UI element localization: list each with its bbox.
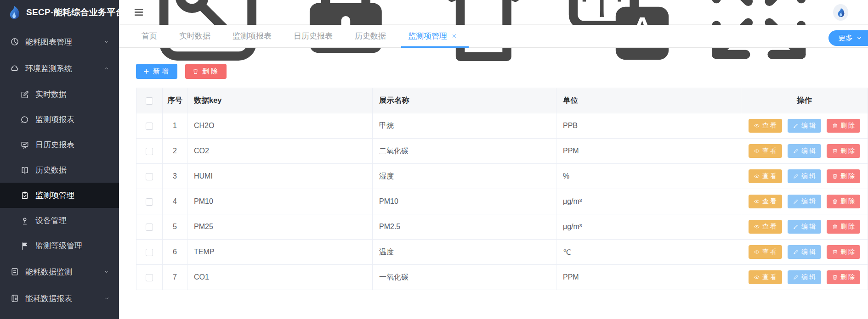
table-body: 1CH2O甲烷PPB查看编辑删除2CO2二氧化碳PPM查看编辑删除3HUMI湿度…: [136, 113, 868, 290]
sidebar-item[interactable]: 能耗数据监测: [0, 258, 119, 285]
trash-icon: [832, 123, 838, 129]
row-action-edit-button[interactable]: 编辑: [788, 169, 821, 183]
action-label: 查看: [762, 248, 778, 256]
cell-dataKey: HUMI: [187, 164, 373, 189]
sidebar-item[interactable]: 监测项管理: [0, 183, 119, 208]
row-action-view-button[interactable]: 查看: [749, 119, 782, 133]
actions-cell: 查看编辑删除: [741, 214, 868, 240]
tab-0[interactable]: 首页: [137, 25, 161, 47]
actions-cell: 查看编辑删除: [741, 265, 868, 290]
row-action-delete-button[interactable]: 删除: [827, 169, 860, 183]
caret-down-icon[interactable]: [854, 9, 861, 16]
sidebar-item[interactable]: 日历史报表: [0, 132, 119, 157]
action-label: 编辑: [801, 197, 817, 206]
action-label: 编辑: [801, 122, 817, 130]
row-checkbox-cell: [136, 164, 163, 189]
pencil-icon: [793, 173, 799, 179]
sidebar-item[interactable]: 能耗图表管理: [0, 28, 119, 55]
flame-logo-icon: [7, 5, 22, 20]
cell-dataKey: CO1: [187, 265, 373, 290]
tab-4[interactable]: 历史数据: [351, 25, 390, 47]
row-action-delete-button[interactable]: 删除: [827, 220, 860, 234]
actions-cell: 查看编辑删除: [741, 139, 868, 164]
close-icon[interactable]: [451, 33, 457, 39]
cell-unit: PPM: [556, 139, 741, 164]
more-button[interactable]: 更多: [828, 30, 868, 46]
pencil-icon: [793, 123, 799, 129]
sidebar-item[interactable]: 监测等级管理: [0, 233, 119, 258]
sidebar-item-label: 监测项管理: [35, 190, 110, 201]
column-header-index: 序号: [163, 88, 187, 113]
row-action-delete-button[interactable]: 删除: [827, 195, 860, 208]
sidebar-item-label: 环境监测系统: [25, 63, 103, 74]
row-action-view-button[interactable]: 查看: [749, 169, 782, 183]
hamburger-icon[interactable]: [133, 7, 144, 17]
tab-1[interactable]: 实时数据: [175, 25, 215, 47]
column-header-unit: 单位: [556, 88, 741, 113]
content: 新增 删除 序号数据key展示名称单位操作 1CH2O甲烷PPB查看编辑: [119, 48, 868, 319]
sidebar-item-label: 日历史报表: [35, 140, 110, 150]
user-avatar[interactable]: [833, 4, 848, 21]
sidebar-item[interactable]: 设备管理: [0, 208, 119, 233]
tab-label: 首页: [142, 31, 157, 41]
cell-index: 4: [163, 189, 187, 214]
row-action-view-button[interactable]: 查看: [749, 245, 782, 259]
cell-dataKey: CO2: [187, 139, 373, 164]
row-checkbox[interactable]: [146, 148, 153, 155]
sidebar: SECP-能耗综合业务平台 能耗图表管理环境监测系统实时数据监测项报表日历史报表…: [0, 0, 119, 319]
sidebar-item[interactable]: 历史数据: [0, 157, 119, 183]
table-wrap: 序号数据key展示名称单位操作 1CH2O甲烷PPB查看编辑删除2CO2二氧化碳…: [136, 88, 868, 290]
table-row: 3HUMI湿度%查看编辑删除: [136, 164, 868, 189]
cell-displayName: PM2.5: [373, 214, 556, 240]
topbar: 22中A: [119, 0, 868, 25]
cell-index: 3: [163, 164, 187, 189]
row-checkbox[interactable]: [146, 198, 153, 206]
row-checkbox[interactable]: [146, 249, 153, 256]
row-action-view-button[interactable]: 查看: [749, 220, 782, 234]
row-action-delete-button[interactable]: 删除: [827, 144, 860, 158]
action-label: 编辑: [801, 273, 817, 281]
sidebar-menu: 能耗图表管理环境监测系统实时数据监测项报表日历史报表历史数据监测项管理设备管理监…: [0, 25, 119, 312]
sidebar-item[interactable]: 实时数据: [0, 82, 119, 107]
row-checkbox-cell: [136, 265, 163, 290]
flag-icon: [20, 241, 29, 251]
sidebar-item-label: 监测项报表: [35, 114, 110, 125]
cell-index: 5: [163, 214, 187, 240]
cell-index: 6: [163, 240, 187, 265]
tab-3[interactable]: 日历史报表: [289, 25, 337, 47]
row-action-edit-button[interactable]: 编辑: [788, 119, 821, 133]
tab-active[interactable]: 监测项管理: [404, 25, 461, 47]
row-action-edit-button[interactable]: 编辑: [788, 195, 821, 208]
row-checkbox[interactable]: [146, 173, 153, 180]
select-all-checkbox[interactable]: [146, 97, 153, 105]
row-action-view-button[interactable]: 查看: [749, 270, 782, 284]
cell-unit: PPB: [556, 113, 741, 139]
eye-icon: [754, 198, 760, 205]
row-action-view-button[interactable]: 查看: [749, 144, 782, 158]
row-checkbox[interactable]: [146, 274, 153, 281]
chevron-down-icon: [103, 295, 110, 302]
row-action-delete-button[interactable]: 删除: [827, 245, 860, 259]
row-action-delete-button[interactable]: 删除: [827, 270, 860, 284]
tab-2[interactable]: 监测项报表: [228, 25, 276, 47]
row-action-edit-button[interactable]: 编辑: [788, 245, 821, 259]
action-label: 删除: [840, 172, 856, 180]
cloud-icon: [10, 64, 19, 73]
action-label: 查看: [762, 172, 778, 180]
sidebar-item[interactable]: 能耗数据报表: [0, 285, 119, 312]
sidebar-item-label: 实时数据: [35, 89, 110, 100]
sidebar-item[interactable]: 监测项报表: [0, 107, 119, 132]
cell-index: 1: [163, 113, 187, 139]
table-row: 7CO1一氧化碳PPM查看编辑删除: [136, 265, 868, 290]
row-action-edit-button[interactable]: 编辑: [788, 144, 821, 158]
trash-icon: [832, 224, 838, 230]
row-action-delete-button[interactable]: 删除: [827, 119, 860, 133]
row-action-edit-button[interactable]: 编辑: [788, 220, 821, 234]
row-action-edit-button[interactable]: 编辑: [788, 270, 821, 284]
tab-label: 监测项报表: [233, 31, 272, 41]
row-action-view-button[interactable]: 查看: [749, 195, 782, 208]
sidebar-item[interactable]: 环境监测系统: [0, 55, 119, 82]
row-checkbox[interactable]: [146, 123, 153, 130]
action-label: 查看: [762, 122, 778, 130]
row-checkbox[interactable]: [146, 224, 153, 231]
